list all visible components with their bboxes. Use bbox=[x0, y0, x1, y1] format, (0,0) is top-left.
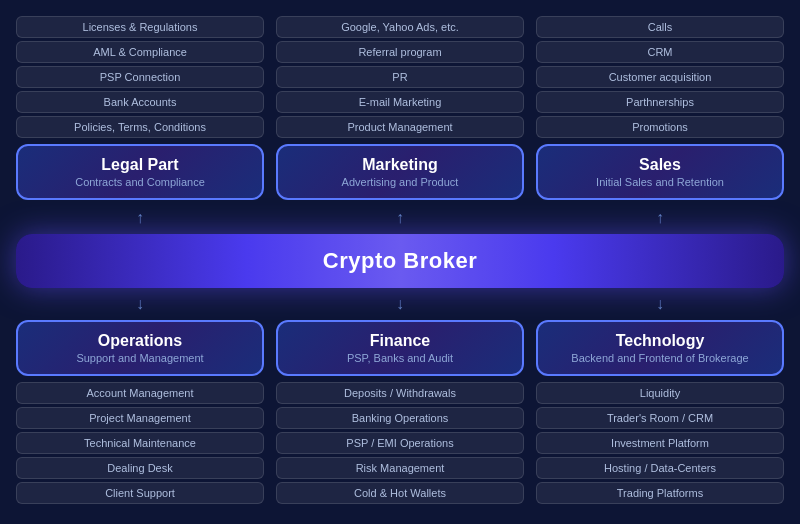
list-item: Cold & Hot Wallets bbox=[276, 482, 524, 504]
list-item: Account Management bbox=[16, 382, 264, 404]
legal-subtitle: Contracts and Compliance bbox=[26, 176, 254, 188]
crypto-broker-row: Crypto Broker bbox=[16, 234, 784, 288]
column-finance: Finance PSP, Banks and Audit Deposits / … bbox=[276, 320, 524, 504]
legal-box: Legal Part Contracts and Compliance bbox=[16, 144, 264, 200]
list-item: Parthnerships bbox=[536, 91, 784, 113]
finance-list: Deposits / Withdrawals Banking Operation… bbox=[276, 382, 524, 504]
list-item: Bank Accounts bbox=[16, 91, 264, 113]
sales-title: Sales bbox=[546, 156, 774, 174]
list-item: Licenses & Regulations bbox=[16, 16, 264, 38]
technology-box: Technology Backend and Frontend of Broke… bbox=[536, 320, 784, 376]
list-item: Project Management bbox=[16, 407, 264, 429]
list-item: Customer acquisition bbox=[536, 66, 784, 88]
list-item: Promotions bbox=[536, 116, 784, 138]
list-item: Dealing Desk bbox=[16, 457, 264, 479]
up-arrows-row: ↑ ↑ ↑ bbox=[16, 206, 784, 230]
column-legal: Licenses & Regulations AML & Compliance … bbox=[16, 16, 264, 200]
operations-list: Account Management Project Management Te… bbox=[16, 382, 264, 504]
sales-item-list: Calls CRM Customer acquisition Parthners… bbox=[536, 16, 784, 138]
crypto-broker-bar: Crypto Broker bbox=[16, 234, 784, 288]
technology-subtitle: Backend and Frontend of Brokerage bbox=[546, 352, 774, 364]
list-item: CRM bbox=[536, 41, 784, 63]
down-arrows-row: ↓ ↓ ↓ bbox=[16, 292, 784, 316]
list-item: Liquidity bbox=[536, 382, 784, 404]
list-item: Policies, Terms, Conditions bbox=[16, 116, 264, 138]
marketing-box: Marketing Advertising and Product bbox=[276, 144, 524, 200]
arrow-up-sales: ↑ bbox=[536, 206, 784, 230]
list-item: Banking Operations bbox=[276, 407, 524, 429]
list-item: Trader's Room / CRM bbox=[536, 407, 784, 429]
marketing-subtitle: Advertising and Product bbox=[286, 176, 514, 188]
crypto-broker-title: Crypto Broker bbox=[323, 248, 477, 273]
list-item: Trading Platforms bbox=[536, 482, 784, 504]
list-item: Product Management bbox=[276, 116, 524, 138]
column-sales: Calls CRM Customer acquisition Parthners… bbox=[536, 16, 784, 200]
sales-subtitle: Initial Sales and Retention bbox=[546, 176, 774, 188]
sales-box: Sales Initial Sales and Retention bbox=[536, 144, 784, 200]
marketing-title: Marketing bbox=[286, 156, 514, 174]
operations-box: Operations Support and Management bbox=[16, 320, 264, 376]
technology-title: Technology bbox=[546, 332, 774, 350]
list-item: PSP Connection bbox=[16, 66, 264, 88]
column-technology: Technology Backend and Frontend of Broke… bbox=[536, 320, 784, 504]
finance-subtitle: PSP, Banks and Audit bbox=[286, 352, 514, 364]
arrow-up-legal: ↑ bbox=[16, 206, 264, 230]
list-item: Hosting / Data-Centers bbox=[536, 457, 784, 479]
column-operations: Operations Support and Management Accoun… bbox=[16, 320, 264, 504]
column-marketing: Google, Yahoo Ads, etc. Referral program… bbox=[276, 16, 524, 200]
list-item: Client Support bbox=[16, 482, 264, 504]
legal-item-list: Licenses & Regulations AML & Compliance … bbox=[16, 16, 264, 138]
diagram: Licenses & Regulations AML & Compliance … bbox=[0, 0, 800, 524]
finance-title: Finance bbox=[286, 332, 514, 350]
legal-title: Legal Part bbox=[26, 156, 254, 174]
list-item: E-mail Marketing bbox=[276, 91, 524, 113]
operations-title: Operations bbox=[26, 332, 254, 350]
list-item: Referral program bbox=[276, 41, 524, 63]
list-item: AML & Compliance bbox=[16, 41, 264, 63]
finance-box: Finance PSP, Banks and Audit bbox=[276, 320, 524, 376]
list-item: Investment Platform bbox=[536, 432, 784, 454]
list-item: Calls bbox=[536, 16, 784, 38]
list-item: Risk Management bbox=[276, 457, 524, 479]
list-item: PSP / EMI Operations bbox=[276, 432, 524, 454]
list-item: Technical Maintenance bbox=[16, 432, 264, 454]
operations-subtitle: Support and Management bbox=[26, 352, 254, 364]
bottom-section: Operations Support and Management Accoun… bbox=[16, 320, 784, 504]
arrow-down-operations: ↓ bbox=[16, 292, 264, 316]
list-item: Google, Yahoo Ads, etc. bbox=[276, 16, 524, 38]
technology-list: Liquidity Trader's Room / CRM Investment… bbox=[536, 382, 784, 504]
marketing-item-list: Google, Yahoo Ads, etc. Referral program… bbox=[276, 16, 524, 138]
list-item: PR bbox=[276, 66, 524, 88]
top-section: Licenses & Regulations AML & Compliance … bbox=[16, 16, 784, 200]
arrow-up-marketing: ↑ bbox=[276, 206, 524, 230]
list-item: Deposits / Withdrawals bbox=[276, 382, 524, 404]
arrow-down-finance: ↓ bbox=[276, 292, 524, 316]
arrow-down-technology: ↓ bbox=[536, 292, 784, 316]
